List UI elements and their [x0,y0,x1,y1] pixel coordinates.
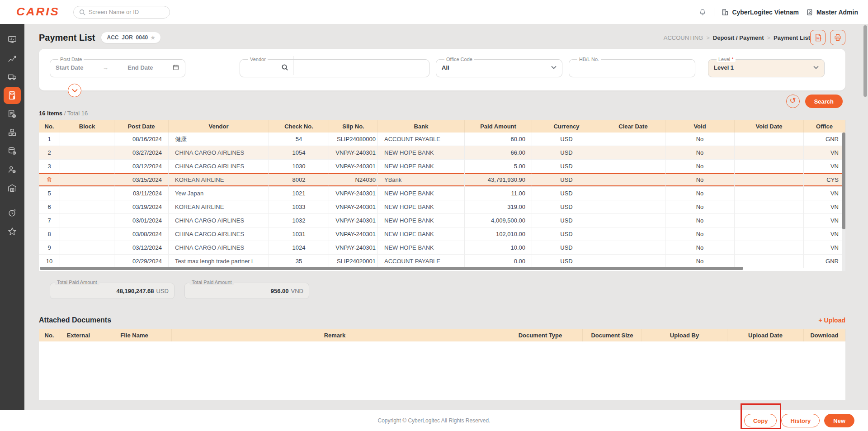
company-menu[interactable]: CyberLogitec Vietnam [722,9,799,16]
screen-search[interactable] [73,6,170,19]
doc-column-header[interactable]: Upload By [642,329,727,341]
cell-check_no: 1021 [269,187,329,200]
cell-currency: USD [532,227,601,241]
cell-void_date [735,227,804,241]
user-name: Master Admin [816,9,858,16]
table-vertical-scrollbar[interactable] [842,133,845,271]
cell-void_date [735,214,804,227]
user-menu[interactable]: Master Admin [806,9,858,16]
hbl-no-input[interactable] [575,62,689,73]
sidebar-item-warehouse[interactable] [4,180,21,197]
level-field[interactable]: Level * Level 1 [708,57,825,77]
cell-clear_date [601,227,665,241]
delete-row-icon[interactable] [39,173,60,186]
reset-button[interactable]: ↺ [786,95,800,108]
sidebar-item-sales[interactable] [4,50,21,67]
column-header-post_date[interactable]: Post Date [114,120,169,133]
expand-filters-button[interactable] [68,84,81,97]
export-xls-button[interactable]: XLS [810,30,826,45]
notification-bell-icon[interactable] [698,8,707,16]
column-header-void[interactable]: Void [665,120,735,133]
column-header-bank[interactable]: Bank [378,120,465,133]
table-row[interactable]: 603/19/2024KOREAN AIRLINE1033VNPAY-24030… [39,200,845,214]
cell-bank: NEW HOPE BANK [378,146,465,159]
cell-office: CYS [804,173,845,186]
new-button[interactable]: New [824,414,854,427]
cell-paid_amount: 43,791,930.90 [465,173,532,186]
breadcrumb-parent[interactable]: Deposit / Payment [713,34,764,41]
sidebar-item-history[interactable] [4,204,21,222]
table-row[interactable]: 703/01/2024CHINA CARGO AIRLINES1032VNPAY… [39,214,845,227]
column-header-paid_amount[interactable]: Paid Amount [465,120,532,133]
column-header-office[interactable]: Office [804,120,845,133]
column-header-no[interactable]: No. [39,120,60,133]
vendor-search-icon[interactable] [281,64,288,71]
column-header-check_no[interactable]: Check No. [269,120,329,133]
cell-no: 9 [39,241,60,254]
sidebar-item-packages[interactable] [4,124,21,141]
print-button[interactable] [830,30,845,45]
column-header-block[interactable]: Block [60,120,114,133]
doc-column-header[interactable]: Document Size [583,329,642,341]
cell-clear_date [601,146,665,159]
favorite-star-icon[interactable]: ★ [151,35,155,41]
cell-void: No [665,187,735,200]
sidebar-item-finance-report[interactable] [4,105,21,123]
doc-column-header[interactable]: External [60,329,97,341]
column-header-clear_date[interactable]: Clear Date [601,120,665,133]
cell-bank: ACCOUNT PAYABLE [378,133,465,146]
table-row[interactable]: 108/16/2024健康54SLIP24080000ACCOUNT PAYAB… [39,133,845,146]
table-row[interactable]: 303/12/2024CHINA CARGO AIRLINES1030VNPAY… [39,160,845,173]
upload-button[interactable]: + Upload [818,317,845,324]
breadcrumb-root[interactable]: ACCOUNTING [664,34,703,41]
table-row[interactable]: 1002/29/2024Test max lengh trade partner… [39,255,845,268]
copy-button[interactable]: Copy [744,414,777,427]
sidebar-item-favorites[interactable] [4,223,21,240]
start-date-input[interactable]: Start Date [56,64,83,71]
table-row[interactable]: 03/15/2024KOREAN AIRLINE8002N24030YBank4… [39,173,845,187]
calendar-icon[interactable] [172,64,179,71]
cell-post_date: 03/01/2024 [114,214,169,227]
post-date-range-field[interactable]: Post Date Start Date → End Date [50,57,185,77]
vendor-code-input[interactable] [245,64,293,71]
doc-column-header[interactable]: No. [39,329,60,341]
hbl-no-field[interactable]: HB/L No. [569,57,695,77]
history-button[interactable]: History [781,414,820,427]
svg-text:XLS: XLS [816,37,821,40]
cell-currency: USD [532,255,601,268]
total-count: Total 16 [67,110,88,117]
app-logo[interactable]: CARIS [16,5,60,19]
table-row[interactable]: 903/12/2024CHINA CARGO AIRLINES1024VNPAY… [39,241,845,255]
vendor-field[interactable]: Vendor [240,57,429,77]
table-row[interactable]: 503/11/2024Yew Japan1021VNPAY-240301NEW … [39,187,845,200]
page-scrollbar[interactable] [863,25,867,97]
cell-paid_amount: 0.00 [465,255,532,268]
screen-id-badge[interactable]: ACC_JOR_0040 ★ [101,32,160,43]
column-header-vendor[interactable]: Vendor [169,120,269,133]
doc-column-header[interactable]: Remark [172,329,498,341]
office-code-field[interactable]: Office Code All [436,57,562,77]
cell-paid_amount: 102,010.00 [465,227,532,241]
sidebar-item-data-management[interactable] [4,142,21,160]
cell-currency: USD [532,241,601,254]
cell-slip_no: VNPAY-240301 [329,241,378,254]
sidebar-item-logistics[interactable] [4,68,21,85]
column-header-void_date[interactable]: Void Date [735,120,804,133]
search-button[interactable]: Search [805,95,843,108]
screen-search-input[interactable] [89,9,161,15]
cell-check_no: 35 [269,255,329,268]
end-date-input[interactable]: End Date [127,64,153,71]
table-row[interactable]: 803/08/2024CHINA CARGO AIRLINES1031VNPAY… [39,227,845,241]
doc-column-header[interactable]: File Name [97,329,172,341]
sidebar-item-user-settings[interactable] [4,161,21,178]
column-header-slip_no[interactable]: Slip No. [329,120,378,133]
doc-column-header[interactable]: Document Type [498,329,583,341]
table-horizontal-scrollbar[interactable] [40,267,743,270]
table-row[interactable]: 203/27/2024CHINA CARGO AIRLINES1054VNPAY… [39,146,845,160]
sidebar-item-accounting[interactable] [4,87,21,104]
doc-column-header[interactable]: Download [804,329,845,341]
doc-column-header[interactable]: Upload Date [727,329,804,341]
cell-block [60,133,114,146]
column-header-currency[interactable]: Currency [532,120,601,133]
sidebar-item-dashboard[interactable] [4,31,21,48]
